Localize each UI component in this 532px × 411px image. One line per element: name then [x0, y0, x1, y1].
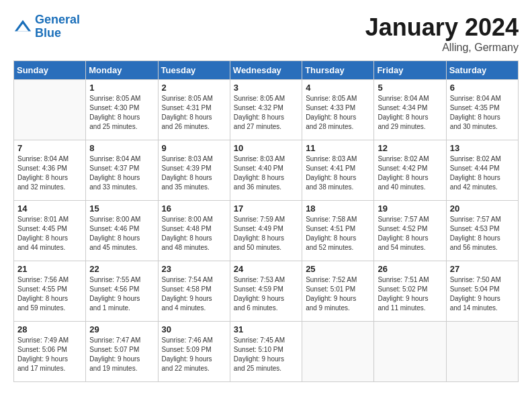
day-info: Sunrise: 8:05 AM Sunset: 4:30 PM Dayligh… — [89, 94, 154, 132]
day-info: Sunrise: 8:04 AM Sunset: 4:36 PM Dayligh… — [17, 154, 82, 192]
day-cell: 4Sunrise: 8:05 AM Sunset: 4:33 PM Daylig… — [302, 80, 374, 140]
day-info: Sunrise: 7:52 AM Sunset: 5:01 PM Dayligh… — [306, 275, 370, 313]
day-number: 13 — [450, 143, 515, 153]
day-cell: 27Sunrise: 7:50 AM Sunset: 5:04 PM Dayli… — [446, 261, 518, 322]
day-number: 28 — [17, 324, 82, 334]
day-cell — [14, 80, 86, 140]
month-title: January 2024 — [365, 13, 519, 42]
day-number: 1 — [89, 83, 154, 93]
day-info: Sunrise: 7:53 AM Sunset: 4:59 PM Dayligh… — [234, 275, 298, 313]
day-info: Sunrise: 8:01 AM Sunset: 4:45 PM Dayligh… — [17, 215, 82, 253]
day-info: Sunrise: 8:04 AM Sunset: 4:34 PM Dayligh… — [378, 94, 442, 132]
day-number: 23 — [162, 264, 226, 274]
day-cell: 25Sunrise: 7:52 AM Sunset: 5:01 PM Dayli… — [302, 261, 374, 322]
day-info: Sunrise: 7:54 AM Sunset: 4:58 PM Dayligh… — [162, 275, 226, 313]
day-cell: 10Sunrise: 8:03 AM Sunset: 4:40 PM Dayli… — [230, 140, 302, 201]
day-number: 11 — [306, 143, 370, 153]
day-cell: 2Sunrise: 8:05 AM Sunset: 4:31 PM Daylig… — [158, 80, 230, 140]
col-header-thursday: Thursday — [302, 61, 374, 80]
day-number: 14 — [17, 203, 82, 214]
day-info: Sunrise: 8:02 AM Sunset: 4:42 PM Dayligh… — [378, 154, 442, 192]
day-info: Sunrise: 8:04 AM Sunset: 4:37 PM Dayligh… — [89, 154, 154, 192]
day-number: 27 — [450, 264, 515, 274]
day-cell: 22Sunrise: 7:55 AM Sunset: 4:56 PM Dayli… — [86, 261, 158, 322]
day-number: 18 — [306, 203, 370, 214]
day-info: Sunrise: 8:05 AM Sunset: 4:33 PM Dayligh… — [306, 94, 370, 132]
day-cell: 8Sunrise: 8:04 AM Sunset: 4:37 PM Daylig… — [86, 140, 158, 201]
day-cell: 24Sunrise: 7:53 AM Sunset: 4:59 PM Dayli… — [230, 261, 302, 322]
day-info: Sunrise: 7:57 AM Sunset: 4:52 PM Dayligh… — [378, 215, 442, 253]
day-number: 12 — [378, 143, 442, 153]
day-cell: 5Sunrise: 8:04 AM Sunset: 4:34 PM Daylig… — [374, 80, 446, 140]
day-cell: 11Sunrise: 8:03 AM Sunset: 4:41 PM Dayli… — [302, 140, 374, 201]
day-cell: 15Sunrise: 8:00 AM Sunset: 4:46 PM Dayli… — [86, 201, 158, 261]
logo-text: General Blue — [35, 13, 80, 40]
week-row-4: 21Sunrise: 7:56 AM Sunset: 4:55 PM Dayli… — [14, 261, 519, 322]
day-info: Sunrise: 7:50 AM Sunset: 5:04 PM Dayligh… — [450, 275, 515, 313]
day-number: 6 — [450, 83, 515, 93]
day-info: Sunrise: 7:56 AM Sunset: 4:55 PM Dayligh… — [17, 275, 82, 313]
day-cell: 26Sunrise: 7:51 AM Sunset: 5:02 PM Dayli… — [374, 261, 446, 322]
day-info: Sunrise: 7:55 AM Sunset: 4:56 PM Dayligh… — [89, 275, 154, 313]
col-header-saturday: Saturday — [446, 61, 518, 80]
day-info: Sunrise: 7:59 AM Sunset: 4:49 PM Dayligh… — [234, 215, 298, 253]
day-cell: 31Sunrise: 7:45 AM Sunset: 5:10 PM Dayli… — [230, 322, 302, 382]
day-number: 17 — [234, 203, 298, 214]
day-cell: 18Sunrise: 7:58 AM Sunset: 4:51 PM Dayli… — [302, 201, 374, 261]
day-cell: 30Sunrise: 7:46 AM Sunset: 5:09 PM Dayli… — [158, 322, 230, 382]
day-info: Sunrise: 7:49 AM Sunset: 5:06 PM Dayligh… — [17, 336, 82, 373]
day-cell: 28Sunrise: 7:49 AM Sunset: 5:06 PM Dayli… — [14, 322, 86, 382]
day-cell: 20Sunrise: 7:57 AM Sunset: 4:53 PM Dayli… — [446, 201, 518, 261]
day-cell: 13Sunrise: 8:02 AM Sunset: 4:44 PM Dayli… — [446, 140, 518, 201]
day-number: 2 — [162, 83, 226, 93]
day-cell: 12Sunrise: 8:02 AM Sunset: 4:42 PM Dayli… — [374, 140, 446, 201]
week-row-2: 7Sunrise: 8:04 AM Sunset: 4:36 PM Daylig… — [14, 140, 519, 201]
day-cell: 3Sunrise: 8:05 AM Sunset: 4:32 PM Daylig… — [230, 80, 302, 140]
day-info: Sunrise: 8:03 AM Sunset: 4:39 PM Dayligh… — [162, 154, 226, 192]
day-info: Sunrise: 8:00 AM Sunset: 4:46 PM Dayligh… — [89, 215, 154, 253]
day-info: Sunrise: 8:05 AM Sunset: 4:31 PM Dayligh… — [162, 94, 226, 132]
day-cell: 6Sunrise: 8:04 AM Sunset: 4:35 PM Daylig… — [446, 80, 518, 140]
day-info: Sunrise: 8:05 AM Sunset: 4:32 PM Dayligh… — [234, 94, 298, 132]
col-header-tuesday: Tuesday — [158, 61, 230, 80]
location: Alling, Germany — [365, 42, 519, 54]
day-number: 15 — [89, 203, 154, 214]
day-cell: 21Sunrise: 7:56 AM Sunset: 4:55 PM Dayli… — [14, 261, 86, 322]
day-info: Sunrise: 7:58 AM Sunset: 4:51 PM Dayligh… — [306, 215, 370, 253]
day-info: Sunrise: 7:47 AM Sunset: 5:07 PM Dayligh… — [89, 336, 154, 373]
day-number: 4 — [306, 83, 370, 93]
day-number: 20 — [450, 203, 515, 214]
day-number: 16 — [162, 203, 226, 214]
day-number: 25 — [306, 264, 370, 274]
col-header-sunday: Sunday — [14, 61, 86, 80]
day-number: 29 — [89, 324, 154, 334]
calendar-table: SundayMondayTuesdayWednesdayThursdayFrid… — [13, 60, 519, 382]
day-cell: 29Sunrise: 7:47 AM Sunset: 5:07 PM Dayli… — [86, 322, 158, 382]
day-info: Sunrise: 7:51 AM Sunset: 5:02 PM Dayligh… — [378, 275, 442, 313]
day-cell: 14Sunrise: 8:01 AM Sunset: 4:45 PM Dayli… — [14, 201, 86, 261]
title-block: January 2024 Alling, Germany — [365, 13, 519, 54]
day-cell: 23Sunrise: 7:54 AM Sunset: 4:58 PM Dayli… — [158, 261, 230, 322]
day-info: Sunrise: 8:00 AM Sunset: 4:48 PM Dayligh… — [162, 215, 226, 253]
logo: General Blue — [13, 13, 80, 40]
day-number: 21 — [17, 264, 82, 274]
day-number: 30 — [162, 324, 226, 334]
day-info: Sunrise: 8:03 AM Sunset: 4:40 PM Dayligh… — [234, 154, 298, 192]
col-header-monday: Monday — [86, 61, 158, 80]
day-cell: 1Sunrise: 8:05 AM Sunset: 4:30 PM Daylig… — [86, 80, 158, 140]
week-row-1: 1Sunrise: 8:05 AM Sunset: 4:30 PM Daylig… — [14, 80, 519, 140]
col-header-friday: Friday — [374, 61, 446, 80]
day-number: 3 — [234, 83, 298, 93]
day-cell: 16Sunrise: 8:00 AM Sunset: 4:48 PM Dayli… — [158, 201, 230, 261]
day-number: 9 — [162, 143, 226, 153]
day-info: Sunrise: 8:02 AM Sunset: 4:44 PM Dayligh… — [450, 154, 515, 192]
day-info: Sunrise: 7:45 AM Sunset: 5:10 PM Dayligh… — [234, 336, 298, 373]
day-cell: 17Sunrise: 7:59 AM Sunset: 4:49 PM Dayli… — [230, 201, 302, 261]
day-cell — [374, 322, 446, 382]
page-header: General Blue January 2024 Alling, German… — [13, 13, 519, 54]
day-info: Sunrise: 8:03 AM Sunset: 4:41 PM Dayligh… — [306, 154, 370, 192]
day-cell: 19Sunrise: 7:57 AM Sunset: 4:52 PM Dayli… — [374, 201, 446, 261]
header-row: SundayMondayTuesdayWednesdayThursdayFrid… — [14, 61, 519, 80]
day-info: Sunrise: 8:04 AM Sunset: 4:35 PM Dayligh… — [450, 94, 515, 132]
day-info: Sunrise: 7:57 AM Sunset: 4:53 PM Dayligh… — [450, 215, 515, 253]
